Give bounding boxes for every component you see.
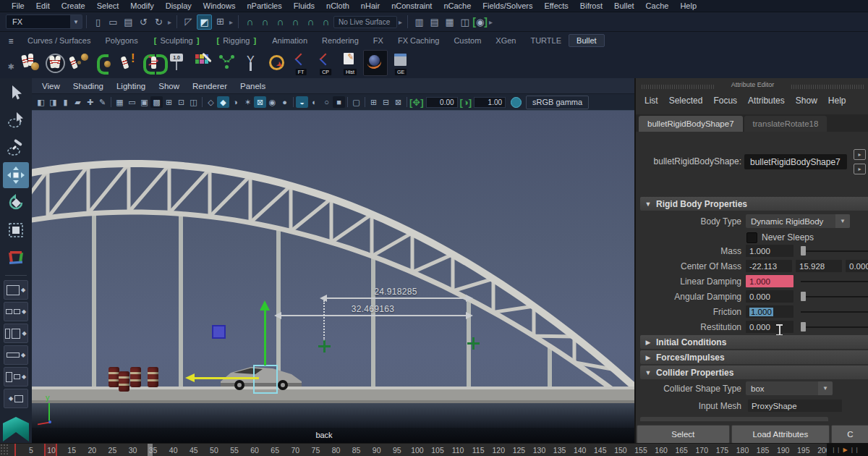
menubar-item-bullet[interactable]: Bullet	[608, 1, 640, 10]
collapse-arrow-icon[interactable]: ▸	[229, 18, 233, 26]
barrel[interactable]	[119, 371, 129, 392]
new-scene-icon[interactable]: ▯	[91, 15, 105, 29]
com-y-field[interactable]: 15.928	[796, 260, 842, 272]
lasso-tool[interactable]	[3, 107, 29, 133]
locator-cross[interactable]	[467, 337, 480, 350]
time-slider[interactable]: 5101520253035404550556065707580859095100…	[0, 443, 827, 456]
render-view-icon[interactable]: ▥	[412, 15, 426, 29]
menubar-item-nparticles[interactable]: nParticles	[241, 1, 287, 10]
bullet-ge-icon[interactable]: GE	[389, 51, 412, 75]
angular-damping-slider[interactable]	[801, 296, 868, 297]
restitution-field[interactable]: 0.000	[746, 321, 793, 333]
bullet-ragdoll-icon[interactable]: Y	[240, 51, 263, 75]
friction-slider[interactable]	[801, 311, 868, 313]
ae-menu-help[interactable]: Help	[828, 96, 846, 107]
playback-icon[interactable]: ▶	[843, 447, 847, 453]
viewport-menu-view[interactable]: View	[42, 82, 60, 90]
shelf-tab-polygons[interactable]: Polygons	[98, 35, 145, 46]
never-sleeps-checkbox[interactable]	[746, 232, 757, 243]
ipr-render-icon[interactable]: ▦	[443, 15, 456, 29]
menubar-item-file[interactable]: File	[6, 1, 30, 10]
restitution-slider[interactable]	[801, 326, 868, 328]
render-current-frame-icon[interactable]: ▤	[427, 15, 441, 29]
viewport-canvas[interactable]: back 24.918285 32.469163	[32, 111, 634, 443]
redo-icon[interactable]: ↻	[152, 15, 166, 29]
shelf-tab-sculpting[interactable]: [ Sculpting ]	[145, 35, 208, 46]
section-forces-impulses[interactable]: ▶ Forces/Impulses	[640, 350, 868, 364]
ae-menu-selected[interactable]: Selected	[669, 96, 703, 107]
shelf-tab-curves-surfaces[interactable]: Curves / Surfaces	[20, 35, 98, 46]
select-camera-icon[interactable]: ◧	[35, 96, 47, 108]
playback-icon[interactable]: ❘❘	[831, 447, 841, 453]
bullet-hist-icon[interactable]: ✎ Hist	[339, 51, 362, 75]
layout-four-pane[interactable]: ◆	[4, 302, 28, 321]
body-type-dropdown[interactable]: Dynamic RigidBody ▼	[746, 214, 850, 228]
menubar-item-nconstraint[interactable]: nConstraint	[386, 1, 438, 10]
playback-icon[interactable]: ❘❘	[850, 447, 859, 453]
safe-title-icon[interactable]: ◫	[187, 96, 200, 108]
restitution-slider-handle[interactable]	[801, 322, 806, 332]
barrel[interactable]	[130, 367, 141, 387]
resolution-gate-icon[interactable]: ▣	[138, 96, 150, 108]
snap-grid-icon[interactable]: ∩	[243, 15, 257, 29]
snap-projected-center-icon[interactable]: ∩	[289, 15, 302, 29]
section-collider-properties[interactable]: ▼ Collider Properties	[640, 366, 868, 379]
film-gate-icon[interactable]: ▭	[126, 96, 138, 108]
collapse-arrow-icon[interactable]: ▸	[399, 18, 402, 26]
xray-joints-icon[interactable]: ◐	[308, 96, 320, 108]
isolate-select-icon[interactable]: ▢	[350, 96, 362, 108]
ae-tab-bulletrigidbodyshape7[interactable]: bulletRigidBodyShape7	[639, 116, 743, 132]
bullet-solver-icon[interactable]: ➤	[265, 51, 288, 75]
com-x-field[interactable]: -22.113	[746, 260, 792, 272]
barrel[interactable]	[109, 367, 119, 387]
menubar-item-ncloth[interactable]: nCloth	[320, 1, 355, 10]
com-z-field[interactable]: 0.000	[846, 260, 868, 272]
motion-blur-icon[interactable]: ●	[278, 96, 291, 108]
mass-field[interactable]: 1.000	[746, 245, 793, 257]
ae-button-load-attributes[interactable]: Load Attributes	[731, 425, 830, 444]
copy-view-icon[interactable]: ⊞	[367, 96, 380, 108]
xray-icon[interactable]: ◒	[296, 96, 308, 108]
manipulator-center-handle[interactable]	[212, 325, 226, 339]
viewport-menu-renderer[interactable]: Renderer	[192, 82, 227, 90]
shelf-gear-icon[interactable]: ✱	[7, 62, 14, 72]
ae-menu-focus[interactable]: Focus	[713, 96, 737, 107]
menubar-item-fluids[interactable]: Fluids	[288, 1, 320, 10]
manipulator-x-arrowhead[interactable]	[185, 373, 195, 382]
menubar-item-display[interactable]: Display	[160, 1, 197, 10]
layout-persp-graph[interactable]: ◆	[4, 345, 28, 365]
lock-camera-icon[interactable]: ◨	[47, 96, 59, 108]
shaded-icon[interactable]: ◆	[217, 96, 229, 108]
bullet-paint-weights-icon[interactable]	[191, 51, 214, 75]
bullet-rigidbody-collision-icon[interactable]	[68, 51, 91, 75]
xray-active-icon[interactable]: ○	[320, 96, 333, 108]
paint-select-tool[interactable]	[3, 135, 29, 161]
bookmark-icon[interactable]: ▰	[72, 96, 84, 108]
manipulator-y-axis[interactable]	[264, 311, 266, 366]
mass-slider-handle[interactable]	[801, 246, 806, 256]
shelf-tab-turtle[interactable]: TURTLE	[523, 35, 569, 46]
rotate-tool[interactable]	[3, 190, 29, 216]
ae-menu-show[interactable]: Show	[796, 96, 817, 107]
move-tool[interactable]	[3, 162, 29, 188]
open-scene-icon[interactable]: ▭	[106, 15, 120, 29]
render-view-open-icon[interactable]: [◉]	[473, 15, 487, 29]
image-plane-icon[interactable]: ✚	[84, 96, 96, 108]
undo-icon[interactable]: ↺	[137, 15, 150, 29]
make-live-icon[interactable]: ∩	[319, 15, 333, 29]
input-mesh-field[interactable]: ProxyShape	[748, 400, 842, 412]
menubar-item-ncache[interactable]: nCache	[438, 1, 477, 10]
field-chart-icon[interactable]: ⊞	[163, 96, 175, 108]
ae-button-select[interactable]: Select	[637, 425, 730, 444]
section-rigid-body-properties[interactable]: ▼ Rigid Body Properties	[640, 197, 868, 211]
bullet-constraint-icon[interactable]	[142, 51, 165, 75]
plugin-shading-icon[interactable]: ■	[333, 96, 345, 108]
viewport-menu-lighting[interactable]: Lighting	[116, 82, 145, 90]
shelf-tab-xgen[interactable]: XGen	[488, 35, 523, 46]
menubar-item-effects[interactable]: Effects	[538, 1, 574, 10]
friction-field[interactable]: 1.000	[746, 305, 793, 318]
exposure-field[interactable]: 0.00	[426, 97, 458, 108]
safe-action-icon[interactable]: ⊡	[175, 96, 187, 108]
menubar-item-help[interactable]: Help	[674, 1, 702, 10]
shelf-tab-rendering[interactable]: Rendering	[315, 35, 366, 46]
